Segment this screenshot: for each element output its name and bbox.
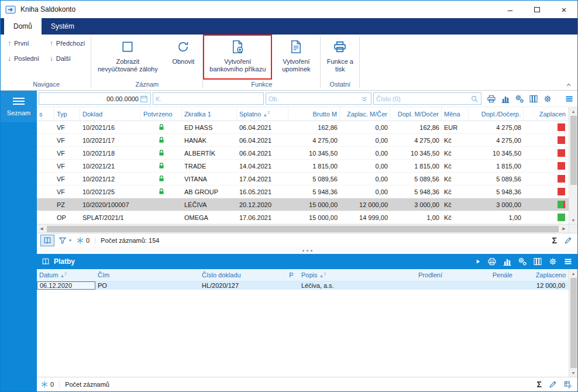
- hscroll-thumb[interactable]: [47, 226, 559, 232]
- first-button[interactable]: ↑ První: [8, 39, 39, 47]
- paid-status-square: [558, 149, 565, 157]
- saldo-row[interactable]: VF10/2021/12VITANA17.04.20215 089,560,00…: [37, 173, 569, 185]
- print-icon[interactable]: [487, 257, 497, 266]
- create-bank-order-button[interactable]: Vytvoření bankovního příkazu: [203, 35, 272, 80]
- frozen-records-indicator[interactable]: 0: [76, 236, 90, 245]
- previous-button[interactable]: ↑ Předchozí: [50, 39, 85, 47]
- scroll-up-arrow[interactable]: ▲: [569, 107, 577, 115]
- show-unbilled-advances-button[interactable]: Zobrazit nevyúčtované zálohy: [91, 35, 164, 80]
- col-potvrzeno[interactable]: Potvrzeno: [141, 107, 182, 121]
- saldo-row[interactable]: VF10/2021/18ALBERTÍK06.04.202110 345,500…: [37, 147, 569, 160]
- create-reminders-button[interactable]: Vytvoření upomínek: [272, 35, 320, 80]
- sum-button[interactable]: Σ: [552, 236, 557, 245]
- platby-menu-icon[interactable]: [563, 257, 573, 266]
- pcol-penale[interactable]: Penále: [445, 269, 515, 281]
- chart-icon[interactable]: [501, 94, 510, 104]
- dropdown-chevrons-icon[interactable]: [360, 95, 369, 103]
- ribbon-separator: [359, 36, 360, 88]
- functions-print-button[interactable]: Funkce a tisk: [321, 35, 359, 80]
- ob-filter-input[interactable]: [269, 95, 359, 102]
- k-filter-input[interactable]: [156, 95, 261, 102]
- saldo-row[interactable]: VF10/2021/16ED HASS06.04.2021162,860,001…: [37, 121, 569, 134]
- gears-icon[interactable]: [518, 257, 527, 266]
- platby-vertical-scrollbar[interactable]: ▲ ▼: [569, 269, 577, 377]
- refresh-button[interactable]: Obnovit: [164, 35, 202, 80]
- last-button[interactable]: ↓ Poslední: [8, 54, 39, 63]
- close-button[interactable]: ×: [551, 1, 577, 18]
- calendar-icon[interactable]: [140, 95, 148, 103]
- scroll-down-arrow[interactable]: ▼: [569, 216, 577, 224]
- snowflake-icon: [76, 236, 84, 245]
- col-zaplaceno[interactable]: Zaplacen: [524, 107, 569, 121]
- advances-label-line2: nevyúčtované zálohy: [98, 66, 158, 73]
- pcol-prodleni[interactable]: Prodlení: [393, 269, 445, 281]
- play-icon[interactable]: [474, 258, 481, 265]
- col-splatno[interactable]: Splatno ▲2: [237, 107, 288, 121]
- pcol-zaplaceno[interactable]: Zaplaceno: [515, 269, 569, 281]
- col-dopl-m[interactable]: Dopl. M/Dočer: [390, 107, 442, 121]
- cell-zaplac-m: 0,00: [340, 124, 390, 131]
- maximize-button[interactable]: [524, 1, 551, 18]
- panel-toggle-button[interactable]: [40, 235, 54, 246]
- cislo-filter-input[interactable]: [376, 95, 469, 102]
- saldo-row[interactable]: VF10/2021/17HANÁK06.04.20214 275,000,004…: [37, 134, 569, 147]
- sum-button[interactable]: Σ: [537, 380, 542, 389]
- tab-system[interactable]: Systém: [42, 18, 84, 35]
- scroll-right-arrow[interactable]: ▶: [559, 226, 569, 231]
- col-s[interactable]: s: [37, 107, 54, 121]
- scroll-thumb[interactable]: [570, 116, 577, 185]
- panel-splitter[interactable]: [37, 247, 577, 254]
- ribbon-collapse-icon[interactable]: [565, 81, 573, 88]
- columns-icon[interactable]: [533, 257, 542, 266]
- chart-icon[interactable]: [503, 257, 512, 266]
- edit-grid-icon[interactable]: [564, 380, 572, 388]
- settings-gear-icon[interactable]: [543, 94, 552, 104]
- filter-button[interactable]: ▼: [59, 236, 72, 245]
- pcol-popis[interactable]: Popis ▲1: [299, 269, 393, 281]
- cislo-filter-field[interactable]: [373, 92, 481, 105]
- k-filter-field[interactable]: [153, 92, 264, 105]
- next-button[interactable]: ↓ Další: [50, 54, 85, 63]
- edit-pencil-icon[interactable]: [549, 380, 557, 388]
- minimize-button[interactable]: –: [497, 1, 524, 18]
- col-dopl[interactable]: Dopl./Dočerp.: [469, 107, 524, 121]
- edit-pencil-icon[interactable]: [564, 236, 572, 245]
- pcol-p[interactable]: P: [284, 269, 299, 281]
- cell-zaplac-m: 0,00: [340, 188, 390, 195]
- scroll-down-arrow[interactable]: ▼: [569, 369, 577, 377]
- tab-domu[interactable]: Domů: [4, 18, 42, 35]
- col-doklad[interactable]: Doklad: [80, 107, 141, 121]
- col-brutto[interactable]: Brutto M: [288, 107, 340, 121]
- list-menu-icon[interactable]: [565, 94, 574, 104]
- scroll-left-arrow[interactable]: ◀: [37, 226, 46, 231]
- horizontal-scrollbar[interactable]: ◀ ▶: [37, 224, 569, 233]
- sidebar-menu-icon[interactable]: [13, 98, 25, 105]
- print-icon[interactable]: [487, 94, 496, 104]
- ob-filter-field[interactable]: [266, 92, 371, 105]
- columns-icon[interactable]: [529, 94, 538, 104]
- saldo-row[interactable]: VF10/2021/21TRADE14.04.20211 815,000,001…: [37, 160, 569, 173]
- platby-row[interactable]: 06.12.2020POHL/2020/127Léčiva, a.s.12 00…: [37, 281, 569, 290]
- pcol-cislo-dokladu[interactable]: Číslo dokladu: [199, 269, 284, 281]
- settings-gear-icon[interactable]: [548, 257, 558, 266]
- paid-status-square: [558, 123, 565, 131]
- col-mena[interactable]: Měna: [442, 107, 469, 121]
- gears-icon[interactable]: [515, 94, 524, 104]
- saldo-vertical-scrollbar[interactable]: ▲ ▼: [569, 107, 577, 224]
- saldo-row[interactable]: PZ10/2020/100007LÉČIVA20.12.202015 000,0…: [37, 198, 569, 211]
- saldo-row[interactable]: VF10/2021/25AB GROUP16.05.20215 948,360,…: [37, 185, 569, 198]
- saldo-row[interactable]: OPSPLAT/2021/1OMEGA17.06.202115 000,0014…: [37, 211, 569, 224]
- search-icon[interactable]: [470, 95, 479, 103]
- scroll-thumb[interactable]: [570, 278, 577, 368]
- col-zkratka1[interactable]: Zkratka 1: [182, 107, 237, 121]
- scroll-up-arrow[interactable]: ▲: [569, 269, 577, 277]
- col-typ[interactable]: Typ: [54, 107, 80, 121]
- col-zaplac-m[interactable]: Zaplac. M/Čer: [340, 107, 390, 121]
- date-filter-field[interactable]: [39, 92, 151, 105]
- sidebar-item-seznam[interactable]: Seznam: [1, 91, 37, 122]
- cell-dopl: 3 000,00: [469, 201, 524, 208]
- pcol-cim[interactable]: Čím: [95, 269, 199, 281]
- frozen-records-indicator[interactable]: 0: [40, 380, 54, 388]
- date-filter-input[interactable]: [42, 95, 139, 102]
- pcol-datum[interactable]: Datum ▲2: [37, 269, 95, 281]
